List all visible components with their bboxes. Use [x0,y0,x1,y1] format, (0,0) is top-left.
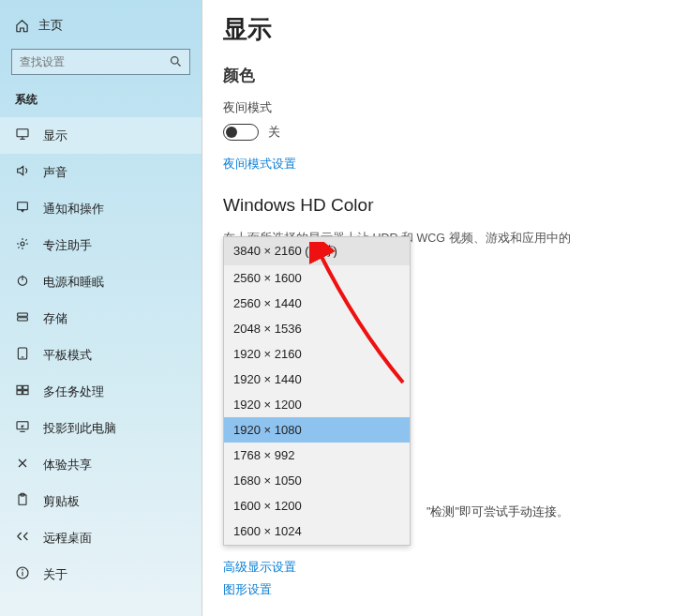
resolution-option[interactable]: 1680 × 1050 [224,468,410,493]
sidebar-item-notify[interactable]: 通知和操作 [0,190,202,227]
svg-rect-2 [17,129,28,137]
sidebar-item-power[interactable]: 电源和睡眠 [0,263,202,300]
storage-icon [15,309,30,327]
resolution-option[interactable]: 2560 × 1440 [224,291,410,316]
sidebar-item-label: 剪贴板 [43,493,80,510]
sidebar-item-label: 远程桌面 [43,530,92,547]
search-input[interactable] [11,49,190,75]
svg-rect-15 [17,391,22,395]
search-icon [169,54,183,68]
svg-point-22 [22,569,22,570]
toggle-knob [226,127,237,138]
sidebar-item-share[interactable]: 体验共享 [0,446,202,483]
power-icon [15,273,30,291]
settings-sidebar: 主页 系统 显示声音通知和操作专注助手电源和睡眠存储平板模式多任务处理投影到此电… [0,0,202,616]
home-button[interactable]: 主页 [0,11,202,39]
sidebar-item-multitask[interactable]: 多任务处理 [0,373,202,410]
sidebar-item-label: 存储 [43,310,67,327]
sidebar-item-label: 投影到此电脑 [43,420,116,437]
resolution-option[interactable]: 2560 × 1600 [224,265,410,291]
home-icon [15,19,29,33]
lower-links: 高级显示设置 图形设置 [223,553,296,604]
resolution-option[interactable]: 1768 × 992 [224,443,410,468]
resolution-option[interactable]: 1920 × 1200 [224,392,410,417]
multitask-icon [15,383,30,400]
svg-rect-13 [17,385,22,389]
sidebar-item-label: 声音 [43,164,67,181]
resolution-option[interactable]: 1920 × 2160 [224,341,410,367]
sidebar-category: 系统 [0,88,202,117]
sidebar-item-monitor[interactable]: 显示 [0,117,202,154]
resolution-option[interactable]: 1600 × 900 [224,544,410,546]
sidebar-item-focus[interactable]: 专注助手 [0,227,202,263]
about-icon [15,565,30,583]
sound-icon [15,163,30,181]
sidebar-nav: 显示声音通知和操作专注助手电源和睡眠存储平板模式多任务处理投影到此电脑体验共享剪… [0,117,202,593]
sidebar-item-label: 体验共享 [43,457,92,473]
monitor-icon [15,127,30,144]
resolution-option[interactable]: 1920 × 1440 [224,367,410,392]
sidebar-item-storage[interactable]: 存储 [0,300,202,337]
page-title: 显示 [223,13,673,46]
night-mode-toggle[interactable] [223,124,259,141]
notify-icon [15,200,30,218]
sidebar-item-clipboard[interactable]: 剪贴板 [0,483,202,519]
sidebar-item-about[interactable]: 关于 [0,556,202,593]
remote-icon [15,529,30,547]
sidebar-item-label: 通知和操作 [43,201,104,218]
sidebar-item-tablet[interactable]: 平板模式 [0,337,202,373]
svg-rect-16 [23,391,28,395]
resolution-option[interactable]: 1600 × 1200 [224,493,410,518]
svg-point-6 [21,242,24,246]
sidebar-item-label: 关于 [43,566,67,583]
svg-rect-14 [23,385,28,389]
advanced-display-link[interactable]: 高级显示设置 [223,559,296,576]
svg-point-0 [172,57,179,65]
color-heading: 颜色 [223,65,673,86]
resolution-option[interactable]: 2048 × 1536 [224,316,410,341]
search-wrap [11,49,190,75]
home-label: 主页 [38,17,63,34]
svg-rect-10 [18,318,28,321]
tablet-icon [15,346,30,364]
svg-rect-5 [18,203,28,210]
sidebar-item-label: 专注助手 [43,237,92,254]
resolution-option[interactable]: 1600 × 1024 [224,518,410,544]
svg-rect-17 [17,422,28,429]
sidebar-item-project[interactable]: 投影到此电脑 [0,410,202,446]
clipboard-icon [15,492,30,510]
resolution-option[interactable]: 3840 × 2160 (推荐) [224,237,410,265]
sidebar-item-label: 电源和睡眠 [43,274,104,291]
resolution-option[interactable]: 1920 × 1080 [224,417,410,443]
focus-icon [15,236,30,254]
graphics-settings-link[interactable]: 图形设置 [223,581,296,598]
sidebar-item-label: 平板模式 [43,347,92,364]
svg-line-1 [177,63,180,66]
resolution-dropdown[interactable]: 3840 × 2160 (推荐)2560 × 16002560 × 144020… [223,236,411,546]
night-mode-state: 关 [268,124,280,141]
share-icon [15,456,30,473]
sidebar-item-remote[interactable]: 远程桌面 [0,519,202,556]
night-mode-label: 夜间模式 [223,99,673,116]
night-mode-settings-link[interactable]: 夜间模式设置 [223,156,296,173]
hdcolor-heading: Windows HD Color [223,195,673,216]
detect-hint-text: "检测"即可尝试手动连接。 [426,504,569,520]
sidebar-item-label: 多任务处理 [43,383,104,400]
sidebar-item-sound[interactable]: 声音 [0,154,202,190]
sidebar-item-label: 显示 [43,128,67,144]
svg-rect-9 [18,313,28,316]
project-icon [15,419,30,437]
